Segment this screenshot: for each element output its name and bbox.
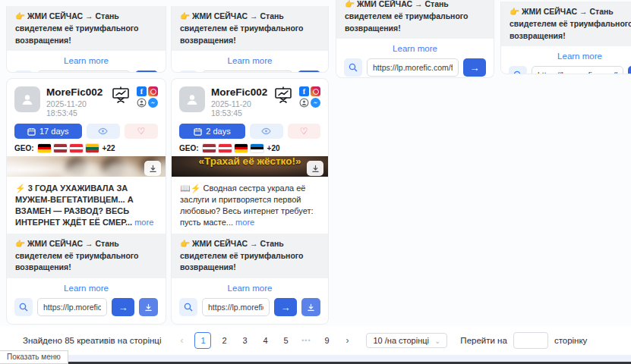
- geo-row: GEO: +20: [172, 139, 328, 156]
- landing-url-input[interactable]: [202, 298, 270, 316]
- presentation-chart-icon[interactable]: [111, 86, 131, 107]
- learn-more-link[interactable]: Learn more: [336, 39, 494, 57]
- flag-de-icon: [38, 144, 51, 152]
- platform-icons: [137, 86, 158, 108]
- ad-card-partial-1: 👉 ЖМИ СЕЙЧАС → Стань свидетелем её триум…: [6, 6, 166, 73]
- preview-eye-button[interactable]: [250, 124, 283, 139]
- favorite-heart-button[interactable]: ♡: [125, 124, 158, 139]
- geo-plus-count[interactable]: +20: [267, 144, 280, 152]
- open-link-button[interactable]: →: [298, 71, 320, 73]
- ad-card-2: MoreFic002 2025-11-20 18:53:45 2 days ♡ …: [171, 78, 329, 325]
- pagination-bar: Знайдено 85 креативів на сторінці ‹ 1 2 …: [0, 326, 631, 355]
- flag-lv-icon: [203, 144, 216, 152]
- advertiser-name[interactable]: MoreFic002: [46, 86, 105, 98]
- page-3[interactable]: 3: [237, 332, 252, 349]
- download-button[interactable]: [301, 298, 320, 316]
- learn-more-link[interactable]: Learn more: [7, 51, 166, 69]
- card-header: MoreFic002 2025-11-20 18:53:45: [172, 79, 328, 118]
- presentation-chart-icon[interactable]: [273, 86, 293, 107]
- instagram-icon[interactable]: [148, 86, 158, 96]
- overlay-line2: «Трахай её жёстко!»: [172, 156, 328, 169]
- search-icon[interactable]: [344, 58, 362, 77]
- url-row: →: [336, 57, 494, 78]
- cta-band: 👉 ЖМИ СЕЙЧАС → Стань свидетелем её триум…: [501, 2, 631, 46]
- open-link-button[interactable]: →: [135, 71, 158, 73]
- landing-url-input[interactable]: [532, 66, 623, 74]
- search-icon[interactable]: [179, 71, 197, 73]
- learn-more-link[interactable]: Learn more: [7, 278, 166, 297]
- advertiser-name[interactable]: MoreFic002: [211, 86, 267, 98]
- goto-page: Перейти на сторінку: [460, 332, 587, 349]
- more-link[interactable]: more: [235, 218, 254, 227]
- cta-band: 👉 ЖМИ СЕЙЧАС → Стань свидетелем её триум…: [336, 0, 494, 39]
- pages-ellipsis[interactable]: •••: [298, 332, 314, 349]
- page-5[interactable]: 5: [278, 332, 293, 349]
- search-icon[interactable]: [14, 71, 33, 73]
- audience-network-icon[interactable]: [137, 98, 147, 108]
- creative-datetime: 2025-11-20 18:53:45: [46, 99, 105, 118]
- landing-url-input[interactable]: [202, 71, 293, 73]
- open-link-button[interactable]: →: [112, 298, 134, 316]
- ad-card-partial-2: 👉 ЖМИ СЕЙЧАС → Стань свидетелем её триум…: [171, 6, 329, 73]
- page-1[interactable]: 1: [194, 332, 211, 349]
- open-link-button[interactable]: →: [628, 66, 631, 74]
- cta-text: 👉 ЖМИ СЕЙЧАС → Стань свидетелем её триум…: [15, 239, 139, 272]
- next-page-icon[interactable]: ›: [339, 332, 355, 349]
- days-active-button[interactable]: 2 days: [179, 124, 245, 139]
- open-link-button[interactable]: →: [274, 298, 297, 316]
- ad-card-partial-4: 👉 ЖМИ СЕЙЧАС → Стань свидетелем её триум…: [500, 2, 631, 74]
- learn-more-link[interactable]: Learn more: [172, 51, 328, 69]
- bottom-strip: [0, 355, 631, 362]
- audience-network-icon[interactable]: [299, 98, 309, 108]
- creative-image[interactable]: [7, 156, 166, 177]
- flag-at-icon: [70, 144, 83, 152]
- prev-page-icon[interactable]: ‹: [174, 332, 189, 349]
- download-button[interactable]: [139, 298, 158, 316]
- more-link[interactable]: more: [134, 218, 153, 227]
- caption-text: ⚡ 3 ГОДА УХАЖИВАЛА ЗА МУЖЕМ-ВЕГЕТАТИВЦЕМ…: [15, 184, 134, 227]
- page-9[interactable]: 9: [319, 332, 334, 349]
- card-actions: 2 days ♡: [172, 118, 328, 139]
- facebook-icon[interactable]: [299, 86, 309, 96]
- days-active-button[interactable]: 17 days: [14, 124, 82, 139]
- show-menu-button[interactable]: Показать меню: [0, 350, 68, 364]
- landing-url-input[interactable]: [37, 298, 107, 316]
- geo-plus-count[interactable]: +22: [103, 144, 115, 152]
- page-2[interactable]: 2: [216, 332, 232, 349]
- page-4[interactable]: 4: [257, 332, 273, 349]
- flag-ee-icon: [251, 144, 263, 152]
- search-icon[interactable]: [179, 298, 197, 316]
- ad-caption: ⚡ 3 ГОДА УХАЖИВАЛА ЗА МУЖЕМ-ВЕГЕТАТИВЦЕМ…: [7, 177, 166, 228]
- search-icon[interactable]: [14, 298, 33, 316]
- facebook-icon[interactable]: [137, 86, 147, 96]
- url-row: →: [7, 69, 166, 73]
- creative-image[interactable]: «Я не предохранялась!» «Трахай её жёстко…: [172, 156, 328, 177]
- cta-band: 👉 ЖМИ СЕЙЧАС → Стань свидетелем её триум…: [172, 6, 328, 51]
- messenger-icon[interactable]: [311, 98, 320, 108]
- geo-row: GEO: +22: [7, 139, 166, 156]
- download-image-icon[interactable]: [307, 161, 323, 176]
- cta-text: 👉 ЖМИ СЕЙЧАС → Стань свидетелем её триум…: [180, 239, 304, 272]
- page-size-select[interactable]: 10 /на сторінці ⌄: [366, 333, 447, 348]
- favorite-heart-button[interactable]: ♡: [288, 124, 321, 139]
- cta-text: 👉 ЖМИ СЕЙЧАС → Стань свидетелем её триум…: [345, 0, 469, 33]
- avatar: [14, 86, 40, 112]
- learn-more-link[interactable]: Learn more: [501, 46, 631, 64]
- avatar: [179, 86, 205, 112]
- flag-lv-icon: [54, 144, 67, 152]
- messenger-icon[interactable]: [148, 98, 158, 108]
- cta-band: 👉 ЖМИ СЕЙЧАС → Стань свидетелем её триум…: [7, 6, 166, 51]
- open-link-button[interactable]: →: [463, 58, 486, 77]
- goto-page-input[interactable]: [513, 332, 548, 349]
- preview-eye-button[interactable]: [87, 124, 120, 139]
- creative-datetime: 2025-11-20 18:53:45: [211, 99, 267, 118]
- download-image-icon[interactable]: [144, 161, 161, 176]
- landing-url-input[interactable]: [367, 58, 459, 77]
- page-size-value: 10 /на сторінці: [373, 336, 429, 345]
- search-icon[interactable]: [509, 66, 527, 74]
- instagram-icon[interactable]: [311, 86, 320, 96]
- card-actions: 17 days ♡: [7, 118, 166, 139]
- learn-more-link[interactable]: Learn more: [172, 278, 328, 297]
- landing-url-input[interactable]: [37, 71, 131, 73]
- flag-de-icon: [235, 144, 248, 152]
